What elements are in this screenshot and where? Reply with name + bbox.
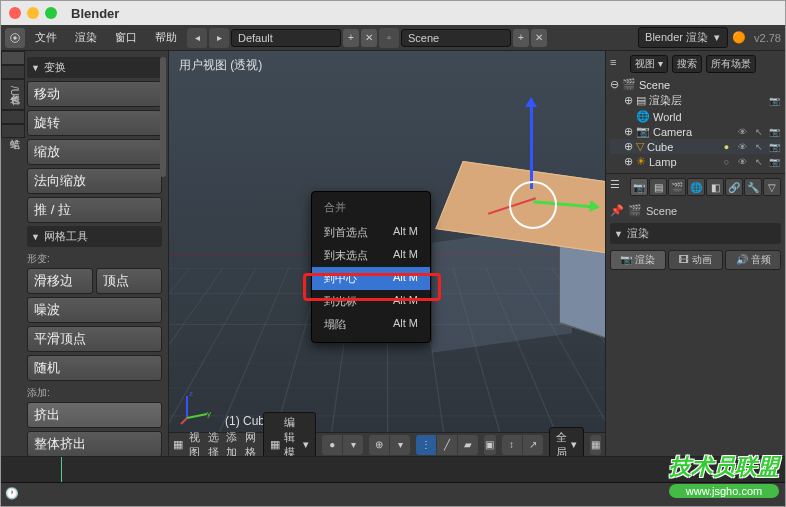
merge-at-first[interactable]: 到首选点Alt M (312, 221, 430, 244)
world-tab-icon[interactable]: 🌐 (687, 178, 705, 196)
pivot-icon[interactable]: ⊕ (369, 435, 389, 455)
menu-file[interactable]: 文件 (27, 30, 65, 45)
merge-collapse[interactable]: 塌陷Alt M (312, 313, 430, 336)
menu-render[interactable]: 渲染 (67, 30, 105, 45)
smoothvert-button[interactable]: 平滑顶点 (27, 326, 162, 352)
scene-icon[interactable]: ▫ (379, 28, 399, 48)
tree-lamp[interactable]: ⊕☀Lamp○👁↖📷 (610, 154, 781, 169)
constraints-tab-icon[interactable]: 🔗 (725, 178, 743, 196)
back-icon[interactable]: ◂ (187, 28, 207, 48)
tab-grease[interactable]: 蜡笔 (1, 124, 25, 138)
scrollbar[interactable] (160, 57, 166, 177)
render-icon[interactable]: 📷 (768, 155, 781, 168)
restrict-render-icon[interactable]: 📷 (768, 94, 781, 107)
outliner-display-dropdown[interactable]: 视图 ▾ (630, 55, 668, 73)
maximize-window-icon[interactable] (45, 7, 57, 19)
edgeslide-button[interactable]: 滑移边 (27, 268, 93, 294)
pivot-menu-icon[interactable]: ▾ (390, 435, 410, 455)
transform-section-header[interactable]: ▼变换 (27, 57, 162, 78)
tree-camera[interactable]: ⊕📷Camera👁↖📷 (610, 124, 781, 139)
manipulator-z-axis[interactable] (530, 99, 533, 189)
render-section-header[interactable]: ▼渲染 (610, 223, 781, 244)
minimize-window-icon[interactable] (27, 7, 39, 19)
mode-dropdown[interactable]: ▦ 编辑模式 ▾ (263, 412, 316, 457)
manip-toggle-icon[interactable]: ↕ (502, 435, 522, 455)
render-engine-dropdown[interactable]: Blender 渲染▾ (638, 27, 728, 48)
audio-button[interactable]: 🔊 音频 (725, 250, 781, 270)
layout-add-icon[interactable]: + (343, 29, 359, 47)
tree-renderlayers[interactable]: ⊕▤渲染层📷 (610, 92, 781, 109)
scene-tab-icon[interactable]: 🎬 (668, 178, 686, 196)
menu-window[interactable]: 窗口 (107, 30, 145, 45)
timeline-track[interactable] (1, 457, 785, 483)
cursor-icon[interactable]: ↖ (752, 155, 765, 168)
rotate-button[interactable]: 旋转 (27, 110, 162, 136)
translate-button[interactable]: 移动 (27, 81, 162, 107)
editor-type-icon[interactable] (5, 28, 25, 48)
scene-remove-icon[interactable]: ✕ (531, 29, 547, 47)
shrink-button[interactable]: 法向缩放 (27, 168, 162, 194)
noise-button[interactable]: 噪波 (27, 297, 162, 323)
tree-world[interactable]: 🌐World (610, 109, 781, 124)
face-select-icon[interactable]: ▰ (458, 435, 478, 455)
manipulator-center[interactable] (509, 181, 557, 229)
shading-solid-icon[interactable]: ● (322, 435, 342, 455)
pushpull-button[interactable]: 推 / 拉 (27, 197, 162, 223)
screen-layout-dropdown[interactable]: Default (231, 29, 341, 47)
close-window-icon[interactable] (9, 7, 21, 19)
editor-type-icon[interactable]: 🕐 (5, 487, 21, 503)
manip-translate-icon[interactable]: ↗ (523, 435, 543, 455)
object-tab-icon[interactable]: ◧ (706, 178, 724, 196)
tree-cube[interactable]: ⊕▽Cube●👁↖📷 (610, 139, 781, 154)
scene-name[interactable]: Scene (646, 205, 677, 217)
eye-icon[interactable]: 👁 (736, 140, 749, 153)
outliner-filter-dropdown[interactable]: 所有场景 (706, 55, 756, 73)
eye-icon[interactable]: 👁 (736, 155, 749, 168)
merge-at-last[interactable]: 到末选点Alt M (312, 244, 430, 267)
vertex-select-icon[interactable]: ⋮ (416, 435, 436, 455)
renderlayers-tab-icon[interactable]: ▤ (649, 178, 667, 196)
add-menu[interactable]: 添加 (226, 430, 239, 457)
eye-icon[interactable]: 👁 (736, 125, 749, 138)
vertslide-button[interactable]: 顶点 (96, 268, 162, 294)
tab-shading[interactable]: 着色/UV (1, 79, 25, 110)
material-icon[interactable]: ● (720, 140, 733, 153)
tab-options[interactable]: 选项 (1, 110, 25, 124)
editor-type-icon[interactable]: ≡ (610, 56, 626, 72)
forward-icon[interactable]: ▸ (209, 28, 229, 48)
merge-at-cursor[interactable]: 到光标Alt M (312, 290, 430, 313)
layers-icon[interactable]: ▦ (590, 435, 601, 455)
tree-scene[interactable]: ⊖🎬Scene (610, 77, 781, 92)
layout-remove-icon[interactable]: ✕ (361, 29, 377, 47)
editor-type-icon[interactable]: ☰ (610, 178, 626, 194)
animation-button[interactable]: 🎞 动画 (668, 250, 724, 270)
tab-create[interactable]: 创建 (1, 65, 25, 79)
extrude-button[interactable]: 挤出 (27, 402, 162, 428)
tab-tools[interactable]: 工具 (1, 51, 25, 65)
lamp-data-icon[interactable]: ○ (720, 155, 733, 168)
meshtools-section-header[interactable]: ▼网格工具 (27, 226, 162, 247)
editor-type-icon[interactable]: ▦ (173, 438, 183, 451)
scene-dropdown[interactable]: Scene (401, 29, 511, 47)
mesh-menu[interactable]: 网格 (245, 430, 258, 457)
select-menu[interactable]: 选择 (208, 430, 221, 457)
menu-help[interactable]: 帮助 (147, 30, 185, 45)
render-icon[interactable]: 📷 (768, 140, 781, 153)
cursor-icon[interactable]: ↖ (752, 125, 765, 138)
outliner-search[interactable]: 搜索 (672, 55, 702, 73)
random-button[interactable]: 随机 (27, 355, 162, 381)
edge-select-icon[interactable]: ╱ (437, 435, 457, 455)
cursor-icon[interactable]: ↖ (752, 140, 765, 153)
scale-button[interactable]: 缩放 (27, 139, 162, 165)
view-menu[interactable]: 视图 (189, 430, 202, 457)
merge-at-center[interactable]: 到中心Alt M (312, 267, 430, 290)
limit-visible-icon[interactable]: ▣ (484, 435, 495, 455)
render-icon[interactable]: 📷 (768, 125, 781, 138)
render-tab-icon[interactable]: 📷 (630, 178, 648, 196)
modifiers-tab-icon[interactable]: 🔧 (744, 178, 762, 196)
scene-add-icon[interactable]: + (513, 29, 529, 47)
render-button[interactable]: 📷 渲染 (610, 250, 666, 270)
shading-menu-icon[interactable]: ▾ (343, 435, 363, 455)
orientation-dropdown[interactable]: 全局 ▾ (549, 427, 584, 457)
pin-icon[interactable]: 📌 (610, 204, 624, 217)
